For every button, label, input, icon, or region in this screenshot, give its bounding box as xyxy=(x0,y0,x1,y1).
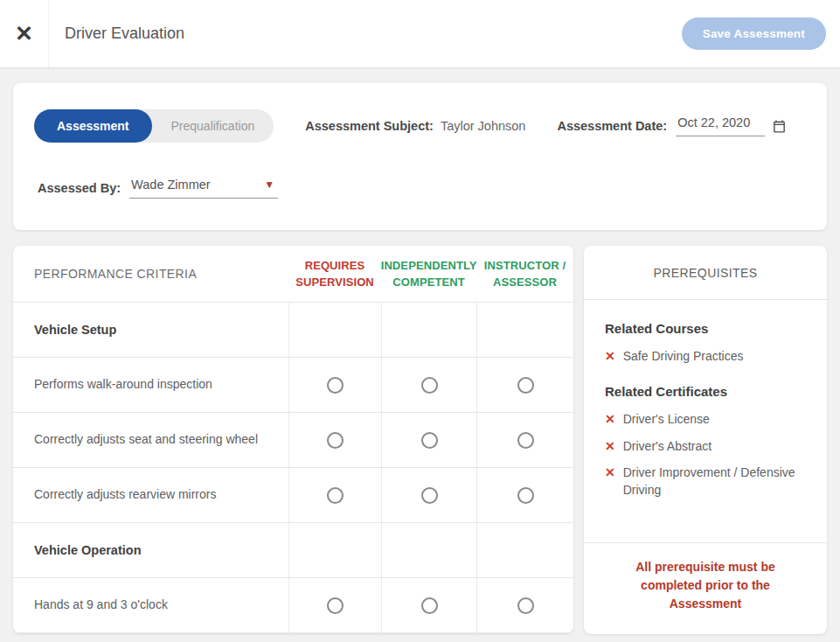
empty-cell xyxy=(288,303,381,357)
radio-cell xyxy=(288,578,381,632)
column-header-requires-supervision: REQUIRES SUPERVISION xyxy=(288,246,381,302)
radio-cell xyxy=(476,413,573,467)
empty-cell xyxy=(288,523,381,577)
radio-cell xyxy=(381,413,476,467)
criteria-label: Hands at 9 and 3 o'clock xyxy=(13,578,288,632)
radio-instructor-assessor[interactable] xyxy=(517,432,534,449)
related-certificates-heading: Related Certificates xyxy=(605,384,806,399)
form-row-top: Assessment Prequalification Assessment S… xyxy=(34,109,806,143)
empty-cell xyxy=(381,303,476,357)
assessed-by-value: Wade Zimmer xyxy=(131,178,211,192)
radio-cell xyxy=(476,468,573,522)
radio-instructor-assessor[interactable] xyxy=(517,597,534,614)
close-icon: ✕ xyxy=(15,23,33,45)
criteria-label: Performs walk-around inspection xyxy=(13,358,288,412)
column-header-instructor-assessor: INSTRUCTOR / ASSESSOR xyxy=(476,246,573,302)
incomplete-x-icon: ✕ xyxy=(605,347,615,365)
section-label: Vehicle Setup xyxy=(13,303,288,357)
calendar-button[interactable] xyxy=(772,119,787,134)
assessed-by-label: Assessed By: xyxy=(38,181,121,195)
chevron-down-icon: ▼ xyxy=(264,179,274,190)
incomplete-x-icon: ✕ xyxy=(605,410,615,428)
content-area: Assessment Prequalification Assessment S… xyxy=(0,67,840,634)
calendar-icon xyxy=(772,119,787,134)
radio-cell xyxy=(288,413,381,467)
column-header-independently-competent: INDEPENDENTLY COMPETENT xyxy=(381,246,476,302)
performance-criteria-table: PERFORMANCE CRITERIA REQUIRES SUPERVISIO… xyxy=(13,246,573,633)
radio-cell xyxy=(476,358,573,412)
radio-requires-supervision[interactable] xyxy=(327,597,344,614)
empty-cell xyxy=(476,303,573,357)
table-header-row: PERFORMANCE CRITERIA REQUIRES SUPERVISIO… xyxy=(13,246,573,303)
criteria-label: Correctly adjusts seat and steering whee… xyxy=(13,413,288,467)
assessment-subject-label: Assessment Subject: xyxy=(305,119,434,133)
driver-evaluation-page: ✕ Driver Evaluation Save Assessment Asse… xyxy=(0,0,840,642)
table-row: Performs walk-around inspection xyxy=(13,358,573,413)
close-button[interactable]: ✕ xyxy=(0,0,49,67)
prerequisites-title: PREREQUISITES xyxy=(584,246,827,300)
assessment-form-card: Assessment Prequalification Assessment S… xyxy=(13,83,827,230)
certificate-name: Driver's License xyxy=(623,410,710,428)
radio-independently-competent[interactable] xyxy=(421,597,438,614)
form-row-assessed-by: Assessed By: Wade Zimmer ▼ xyxy=(34,178,806,199)
radio-requires-supervision[interactable] xyxy=(327,487,344,504)
radio-cell xyxy=(381,468,476,522)
assessment-subject-value: Taylor Johnson xyxy=(441,119,526,133)
performance-criteria-header: PERFORMANCE CRITERIA xyxy=(13,246,288,302)
radio-independently-competent[interactable] xyxy=(421,487,438,504)
radio-cell xyxy=(381,578,476,632)
assessment-date-field: Assessment Date: xyxy=(557,115,787,136)
main-columns: PERFORMANCE CRITERIA REQUIRES SUPERVISIO… xyxy=(13,246,827,634)
tab-prequalification[interactable]: Prequalification xyxy=(152,109,274,143)
certificate-name: Driver Improvement / Defensive Driving xyxy=(623,464,806,499)
table-row-section: Vehicle Setup xyxy=(13,303,573,358)
list-item: ✕ Safe Driving Practices xyxy=(605,347,806,365)
radio-independently-competent[interactable] xyxy=(421,377,438,394)
radio-requires-supervision[interactable] xyxy=(327,377,344,394)
assessment-subject-field: Assessment Subject: Taylor Johnson xyxy=(305,119,525,133)
incomplete-x-icon: ✕ xyxy=(605,437,615,455)
prerequisites-body: Related Courses ✕ Safe Driving Practices… xyxy=(584,300,827,542)
empty-cell xyxy=(381,523,476,577)
prerequisites-card: PREREQUISITES Related Courses ✕ Safe Dri… xyxy=(584,246,827,634)
assessed-by-select[interactable]: Wade Zimmer ▼ xyxy=(129,178,278,199)
radio-requires-supervision[interactable] xyxy=(327,432,344,449)
section-label: Vehicle Operation xyxy=(13,523,288,577)
save-assessment-button[interactable]: Save Assessment xyxy=(682,17,826,50)
radio-cell xyxy=(288,358,381,412)
radio-instructor-assessor[interactable] xyxy=(517,487,534,504)
empty-cell xyxy=(476,523,573,577)
radio-independently-competent[interactable] xyxy=(421,432,438,449)
tab-assessment[interactable]: Assessment xyxy=(34,109,152,143)
criteria-label: Correctly adjusts rearview mirrors xyxy=(13,468,288,522)
certificate-name: Driver's Abstract xyxy=(623,437,712,455)
topbar: ✕ Driver Evaluation Save Assessment xyxy=(0,0,840,67)
list-item: ✕ Driver Improvement / Defensive Driving xyxy=(605,464,806,499)
radio-cell xyxy=(288,468,381,522)
radio-cell xyxy=(381,358,476,412)
table-row: Correctly adjusts rearview mirrors xyxy=(13,468,573,523)
radio-cell xyxy=(476,578,573,632)
table-row-section: Vehicle Operation xyxy=(13,523,573,578)
incomplete-x-icon: ✕ xyxy=(605,464,615,481)
table-row: Correctly adjusts seat and steering whee… xyxy=(13,413,573,468)
list-item: ✕ Driver's License xyxy=(605,410,806,428)
course-name: Safe Driving Practices xyxy=(623,347,744,365)
assessment-date-input[interactable] xyxy=(676,115,765,136)
radio-instructor-assessor[interactable] xyxy=(517,377,534,394)
prerequisites-note: All prerequisite must be completed prior… xyxy=(584,542,827,634)
tab-group: Assessment Prequalification xyxy=(34,109,274,143)
page-title: Driver Evaluation xyxy=(65,24,184,43)
assessment-date-label: Assessment Date: xyxy=(557,119,667,133)
related-courses-heading: Related Courses xyxy=(605,321,806,336)
table-row: Hands at 9 and 3 o'clock xyxy=(13,578,573,633)
list-item: ✕ Driver's Abstract xyxy=(605,437,806,455)
